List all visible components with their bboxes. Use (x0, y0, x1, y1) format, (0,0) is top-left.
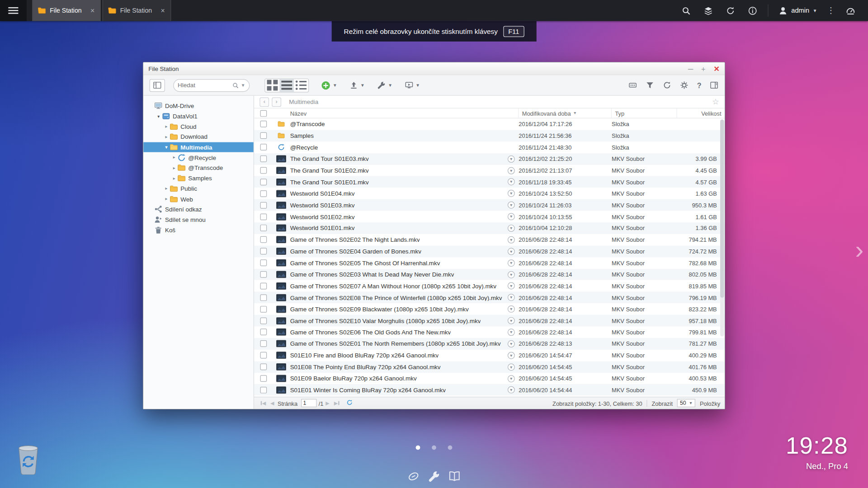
minimize-button[interactable]: ─ (688, 65, 693, 72)
quick-action-icon[interactable]: ▼ (508, 155, 515, 163)
column-header-size[interactable]: Velikost (677, 108, 725, 118)
tree-arrow-icon[interactable]: ▾ (156, 114, 161, 119)
background-tasks-icon[interactable] (697, 0, 719, 21)
tree-arrow-icon[interactable]: ▸ (171, 165, 177, 170)
table-row[interactable]: @Recycle ▼ 2016/11/24 21:48:30 Složka (254, 141, 725, 153)
settings-gear-icon[interactable] (680, 81, 689, 90)
row-checkbox[interactable] (260, 352, 267, 359)
table-row[interactable]: Game of Thrones S02E02 The Night Lands.m… (254, 234, 725, 246)
table-row[interactable]: Game of Thrones S02E03 What Is Dead May … (254, 269, 725, 281)
table-row[interactable]: Game of Thrones S02E07 A Man Without Hon… (254, 280, 725, 292)
search-input[interactable] (178, 82, 230, 89)
quick-action-icon[interactable]: ▼ (508, 202, 515, 209)
next-page-button[interactable]: ▶ (323, 400, 331, 406)
maximize-button[interactable]: ＋ (700, 65, 707, 72)
quick-action-icon[interactable]: ▼ (508, 178, 515, 186)
row-checkbox[interactable] (260, 341, 267, 347)
book-icon[interactable] (448, 470, 461, 483)
row-checkbox[interactable] (260, 317, 267, 324)
row-checkbox[interactable] (260, 155, 267, 162)
table-row[interactable]: Game of Thrones S02E01 The North Remembe… (254, 338, 725, 350)
next-page-arrow[interactable]: › (855, 237, 863, 262)
row-checkbox[interactable] (260, 178, 267, 185)
table-row[interactable]: Westworld S01E03.mkv ▼ 2016/10/24 11:26:… (254, 199, 725, 211)
prev-page-button[interactable]: ◀ (268, 400, 276, 406)
wrench-icon[interactable] (427, 470, 440, 483)
row-checkbox[interactable] (260, 375, 267, 382)
row-checkbox[interactable] (260, 387, 267, 394)
first-page-button[interactable]: ◀ (259, 400, 268, 406)
table-row[interactable]: Westworld S01E02.mkv ▼ 2016/10/24 10:13:… (254, 211, 725, 223)
share-display-dropdown[interactable]: ▼ (405, 81, 420, 90)
row-checkbox[interactable] (260, 132, 267, 139)
tree-arrow-icon[interactable]: ▸ (163, 124, 169, 129)
quick-action-icon[interactable]: ▼ (508, 282, 515, 290)
row-checkbox[interactable] (260, 259, 267, 266)
row-checkbox[interactable] (260, 190, 267, 197)
view-thumbnail-button[interactable] (265, 79, 280, 91)
help-icon[interactable]: ? (697, 81, 702, 89)
filter-icon[interactable] (646, 81, 655, 90)
row-checkbox[interactable] (260, 236, 267, 243)
view-detail-button[interactable] (294, 79, 308, 91)
page-number-input[interactable] (301, 399, 316, 407)
sidebar-tree-item[interactable]: ▸ Download (143, 132, 254, 142)
row-checkbox[interactable] (260, 121, 267, 127)
tab-file-station-1[interactable]: File Station × (32, 0, 101, 21)
list-refresh-icon[interactable] (346, 399, 353, 407)
sync-status-icon[interactable] (719, 0, 741, 21)
row-checkbox[interactable] (260, 283, 267, 290)
chevron-down-icon[interactable]: ▼ (241, 83, 245, 88)
quick-action-icon[interactable]: ▼ (508, 352, 515, 359)
tools-dropdown[interactable]: ▼ (377, 81, 392, 90)
quick-action-icon[interactable]: ▼ (508, 328, 515, 336)
quick-action-icon[interactable]: ▼ (508, 294, 515, 301)
quick-action-icon[interactable]: ▼ (508, 236, 515, 244)
table-row[interactable]: S01E08 The Pointy End BluRay 720p x264 G… (254, 361, 725, 373)
close-tab-icon[interactable]: × (90, 7, 95, 14)
row-checkbox[interactable] (260, 248, 267, 255)
row-checkbox[interactable] (260, 202, 267, 209)
row-checkbox[interactable] (260, 144, 267, 151)
page-size-select[interactable]: 50 ▼ (677, 399, 695, 407)
quick-action-icon[interactable]: ▼ (508, 167, 515, 174)
view-list-button[interactable] (279, 79, 294, 91)
favorite-star-icon[interactable]: ☆ (712, 98, 719, 107)
nav-back-button[interactable]: ‹ (259, 97, 269, 107)
dashboard-icon[interactable] (839, 0, 861, 21)
row-checkbox[interactable] (260, 225, 267, 232)
table-row[interactable]: Game of Thrones S02E10 Valar Morghulis (… (254, 315, 725, 327)
desktop-recycle-bin[interactable] (15, 441, 41, 475)
table-row[interactable]: S01E01 Winter Is Coming BluRay 720p x264… (254, 384, 725, 396)
quick-action-icon[interactable]: ▼ (508, 317, 515, 324)
table-row[interactable]: The Grand Tour S01E03.mkv ▼ 2016/12/02 2… (254, 153, 725, 165)
table-row[interactable]: Game of Thrones S02E04 Garden of Bones.m… (254, 245, 725, 257)
sidebar-tree-item[interactable]: Sdílení odkaz (143, 204, 254, 215)
table-row[interactable]: Westworld S01E01.mkv ▼ 2016/10/04 12:10:… (254, 222, 725, 234)
tree-arrow-icon[interactable]: ▾ (163, 145, 169, 150)
table-row[interactable]: S01E09 Baelor BluRay 720p x264 Ganool.mk… (254, 373, 725, 385)
upload-dropdown[interactable]: ▼ (349, 81, 365, 90)
toggle-sidebar-button[interactable] (150, 79, 165, 91)
page-indicator-dot[interactable] (448, 446, 453, 450)
table-row[interactable]: Game of Thrones S02E08 The Prince of Win… (254, 292, 725, 304)
close-tab-icon[interactable]: × (160, 7, 165, 14)
row-checkbox[interactable] (260, 306, 267, 313)
sidebar-tree-item[interactable]: DoM-Drive (143, 101, 254, 111)
quick-action-icon[interactable]: ▼ (508, 305, 515, 313)
select-all-checkbox[interactable] (260, 110, 267, 117)
breadcrumb-path[interactable]: Multimedia (289, 99, 318, 105)
sidebar-tree-item[interactable]: ▸ Cloud (143, 122, 254, 132)
table-row[interactable]: Game of Thrones S02E06 The Old Gods And … (254, 326, 725, 338)
row-checkbox[interactable] (260, 329, 267, 336)
table-row[interactable]: The Grand Tour S01E02.mkv ▼ 2016/12/02 2… (254, 164, 725, 176)
quick-action-icon[interactable]: ▼ (508, 190, 515, 197)
scrollbar-thumb[interactable] (720, 119, 724, 297)
quick-action-icon[interactable]: ▼ (508, 340, 515, 347)
last-page-button[interactable]: ▶ (332, 400, 341, 406)
tree-arrow-icon[interactable]: ▸ (171, 176, 177, 181)
tab-file-station-2[interactable]: File Station × (103, 0, 171, 21)
sidebar-tree-item[interactable]: ▾ DataVol1 (143, 111, 254, 122)
create-dropdown[interactable]: ▼ (321, 80, 337, 90)
quick-action-icon[interactable]: ▼ (508, 375, 515, 382)
